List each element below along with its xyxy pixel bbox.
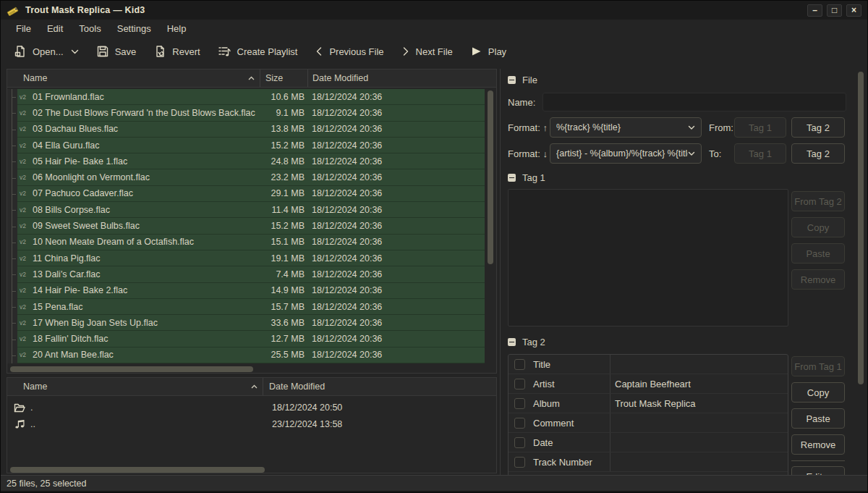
sort-ascending-icon xyxy=(251,384,258,389)
file-row[interactable]: v2 17 When Big Joan Sets Up.flac 33.6 MB… xyxy=(7,315,485,331)
from-tag2-button[interactable]: Tag 2 xyxy=(791,117,845,138)
file-date-modified: 18/12/2024 20:36 xyxy=(307,221,485,231)
file-date-modified: 18/12/2024 20:36 xyxy=(307,318,485,328)
open-button[interactable]: Open... xyxy=(14,45,64,58)
menu-settings[interactable]: Settings xyxy=(109,21,159,36)
to-tag2-button[interactable]: Tag 2 xyxy=(791,143,845,164)
next-file-button[interactable]: Next File xyxy=(401,46,453,57)
field-checkbox[interactable] xyxy=(514,359,525,370)
file-row[interactable]: v2 06 Moonlight on Vermont.flac 23.2 MB … xyxy=(7,169,485,185)
tag-v2-badge: v2 xyxy=(20,93,26,101)
file-list-horizontal-scrollbar[interactable] xyxy=(10,366,253,372)
tag2-copy-button[interactable]: Copy xyxy=(791,382,845,403)
tag-v2-badge: v2 xyxy=(20,206,26,214)
file-row[interactable]: v2 07 Pachuco Cadaver.flac 29.1 MB 18/12… xyxy=(7,186,485,202)
tag2-field-row[interactable]: Track Number xyxy=(509,452,788,472)
field-checkbox[interactable] xyxy=(514,398,525,409)
tag2-paste-button[interactable]: Paste xyxy=(791,408,845,429)
file-date-modified: 18/12/2024 20:36 xyxy=(307,269,485,279)
field-label: Date xyxy=(533,437,553,448)
to-tag1-button[interactable]: Tag 1 xyxy=(734,143,786,164)
folder-row-current[interactable]: . 18/12/2024 20:50 xyxy=(7,399,496,416)
field-value[interactable]: Trout Mask Replica xyxy=(610,398,788,409)
play-button[interactable]: Play xyxy=(470,46,506,57)
create-playlist-button[interactable]: Create Playlist xyxy=(218,45,298,58)
tag2-edit-button[interactable]: Edit... xyxy=(791,466,845,475)
collapse-icon[interactable] xyxy=(508,76,516,84)
minimize-button[interactable]: – xyxy=(807,4,822,17)
previous-file-button[interactable]: Previous File xyxy=(315,46,383,57)
file-row[interactable]: v2 04 Ella Guru.flac 15.2 MB 18/12/2024 … xyxy=(7,138,485,153)
title-bar: Trout Mask Replica — Kid3 – □ × xyxy=(1,1,867,20)
file-row[interactable]: v2 13 Dali's Car.flac 7.4 MB 18/12/2024 … xyxy=(7,266,485,282)
chevron-left-icon xyxy=(315,46,323,56)
menu-file[interactable]: File xyxy=(8,21,39,36)
from-tag1-button[interactable]: Tag 1 xyxy=(734,117,786,138)
tag2-remove-button[interactable]: Remove xyxy=(791,434,845,455)
file-name-input[interactable] xyxy=(542,93,846,111)
tag1-paste-button[interactable]: Paste xyxy=(791,243,845,264)
field-checkbox[interactable] xyxy=(514,457,525,468)
file-date-modified: 18/12/2024 20:36 xyxy=(307,205,485,215)
chevron-down-icon xyxy=(688,151,695,156)
tree-branch-icon xyxy=(7,89,17,105)
menu-tools[interactable]: Tools xyxy=(71,21,109,36)
folder-row-parent[interactable]: .. 23/12/2024 13:58 xyxy=(7,416,496,432)
file-row[interactable]: v2 01 Frownland.flac 10.6 MB 18/12/2024 … xyxy=(7,89,485,105)
kid3-app-icon xyxy=(7,5,19,16)
tag2-field-row[interactable]: Artist Captain Beefheart xyxy=(509,374,788,394)
file-row[interactable]: v2 18 Fallin' Ditch.flac 12.7 MB 18/12/2… xyxy=(7,331,485,347)
tag1-from-tag2-button[interactable]: From Tag 2 xyxy=(791,191,845,211)
collapse-icon[interactable] xyxy=(508,338,516,346)
file-list-vertical-scrollbar[interactable] xyxy=(487,89,494,366)
file-row[interactable]: v2 20 Ant Man Bee.flac 25.5 MB 18/12/202… xyxy=(7,347,485,363)
file-name: 15 Pena.flac xyxy=(33,302,83,312)
close-button[interactable]: × xyxy=(846,4,861,17)
file-row[interactable]: v2 09 Sweet Sweet Bulbs.flac 15.2 MB 18/… xyxy=(7,218,485,234)
menu-edit[interactable]: Edit xyxy=(39,21,71,36)
open-dropdown-chevron-icon[interactable] xyxy=(71,49,79,55)
field-checkbox[interactable] xyxy=(514,418,525,429)
tag1-field-list[interactable] xyxy=(508,189,788,326)
column-header-size[interactable]: Size xyxy=(260,69,308,87)
name-label: Name: xyxy=(508,97,535,108)
folder-list-panel: Name Date Modified . 18/12/2024 20:50 xyxy=(7,377,497,473)
maximize-button[interactable]: □ xyxy=(827,4,842,17)
tag2-field-row[interactable]: Title xyxy=(509,355,788,374)
tag1-copy-button[interactable]: Copy xyxy=(791,217,845,237)
file-row[interactable]: v2 10 Neon Meate Dream of a Octafish.fla… xyxy=(7,235,485,250)
save-button[interactable]: Save xyxy=(96,45,137,58)
folder-list-horizontal-scrollbar[interactable] xyxy=(10,467,265,473)
file-row[interactable]: v2 08 Bills Corpse.flac 11.4 MB 18/12/20… xyxy=(7,202,485,218)
file-row[interactable]: v2 14 Hair Pie- Bake 2.flac 14.9 MB 18/1… xyxy=(7,283,485,299)
column-header-date-modified[interactable]: Date Modified xyxy=(308,69,496,87)
collapse-icon[interactable] xyxy=(508,174,516,182)
tag-panel-vertical-scrollbar[interactable] xyxy=(857,70,864,473)
folder-column-header-name[interactable]: Name xyxy=(7,378,263,395)
format-from-filename-combobox[interactable]: %{track} %{title} xyxy=(550,117,702,138)
field-checkbox[interactable] xyxy=(514,437,525,448)
file-row[interactable]: v2 05 Hair Pie- Bake 1.flac 24.8 MB 18/1… xyxy=(7,153,485,169)
file-row[interactable]: v2 15 Pena.flac 15.7 MB 18/12/2024 20:36 xyxy=(7,299,485,315)
field-checkbox[interactable] xyxy=(514,379,525,389)
tag2-field-row[interactable]: Comment xyxy=(509,413,788,433)
tag2-from-tag1-button[interactable]: From Tag 1 xyxy=(791,356,845,376)
file-date-modified: 18/12/2024 20:36 xyxy=(307,350,485,360)
field-value[interactable]: Captain Beefheart xyxy=(610,379,788,389)
tag2-field-row[interactable]: Album Trout Mask Replica xyxy=(509,394,788,413)
file-size: 15.1 MB xyxy=(260,237,307,247)
file-section-header: File xyxy=(508,75,537,85)
file-row[interactable]: v2 03 Dachau Blues.flac 13.8 MB 18/12/20… xyxy=(7,122,485,138)
tag2-field-row[interactable]: Date xyxy=(509,433,788,452)
tree-branch-icon xyxy=(7,299,17,315)
file-row[interactable]: v2 11 China Pig.flac 19.1 MB 18/12/2024 … xyxy=(7,250,485,266)
field-label: Track Number xyxy=(533,457,592,468)
column-header-name[interactable]: Name xyxy=(7,69,260,87)
format-to-filename-combobox[interactable]: {artist} - %{album}/%{track} %{title} xyxy=(550,143,702,164)
tag-v2-badge: v2 xyxy=(20,319,26,326)
folder-column-header-date-modified[interactable]: Date Modified xyxy=(263,378,496,395)
file-row[interactable]: v2 02 The Dust Blows Forward 'n the Dust… xyxy=(7,105,485,121)
revert-button[interactable]: Revert xyxy=(153,45,200,58)
menu-help[interactable]: Help xyxy=(159,21,195,36)
tag1-remove-button[interactable]: Remove xyxy=(791,269,845,290)
